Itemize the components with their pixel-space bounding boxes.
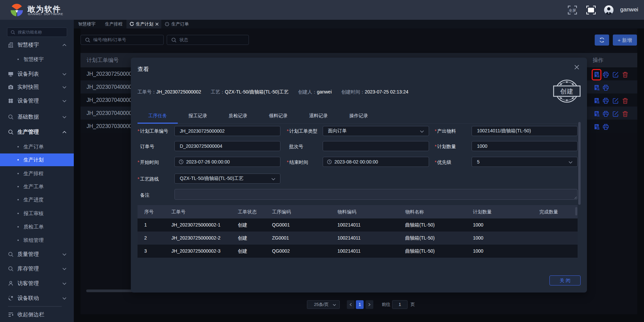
svg-text:全屏: 全屏 <box>569 8 576 12</box>
svg-text:创建: 创建 <box>560 88 574 95</box>
